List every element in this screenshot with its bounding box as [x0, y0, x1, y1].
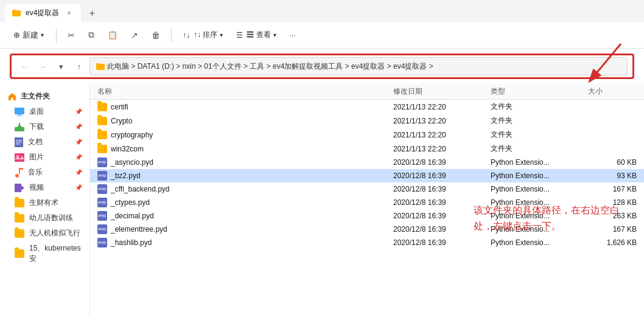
sidebar-label: 15、kubernetes安	[29, 243, 82, 264]
address-bar: ← → ▾ ↑ 此电脑 > DATA1 (D:) > nxin > 01个人文件…	[10, 54, 634, 79]
pictures-icon	[15, 153, 24, 162]
file-date: 2020/12/8 16:39	[393, 185, 491, 193]
sidebar-item-uav[interactable]: 无人机模拟飞行	[0, 226, 89, 241]
svg-rect-1	[12, 10, 16, 12]
file-date: 2020/12/8 16:39	[393, 225, 491, 234]
svg-rect-13	[16, 140, 22, 141]
file-date: 2021/1/13 22:20	[393, 145, 491, 153]
sidebar-item-shengcai[interactable]: 生财有术	[0, 195, 89, 210]
file-name-cell: PYD _elementtree.pyd	[97, 224, 393, 234]
file-type: Python Extensio...	[491, 225, 588, 234]
sidebar-item-documents[interactable]: 文档 📌	[0, 134, 89, 150]
table-row[interactable]: Crypto 2021/1/13 22:20 文件夹	[90, 114, 644, 128]
sidebar-home-item[interactable]: 主文件夹	[0, 89, 89, 104]
paste-button[interactable]: 📋	[103, 28, 122, 42]
pyd-icon: PYD	[97, 158, 107, 167]
file-date: 2020/12/8 16:39	[393, 212, 491, 220]
folder-icon	[15, 249, 24, 258]
copy-icon: ⧉	[88, 30, 94, 40]
sidebar-item-music[interactable]: 音乐 📌	[0, 165, 89, 180]
toolbar: ⊕ 新建 ▾ ✂ ⧉ 📋 ↗ 🗑 ↑↓ ↑↓ 排序 ▾ ☰ ☰ 查看 ▾ ···	[0, 22, 644, 49]
file-type: Python Extensio...	[491, 198, 588, 207]
home-icon	[7, 92, 17, 102]
dropdown-icon: ▾	[59, 62, 63, 71]
svg-point-19	[15, 174, 19, 178]
sidebar-item-youer[interactable]: 幼儿语数训练	[0, 210, 89, 226]
tab-close-button[interactable]: ×	[64, 8, 74, 18]
copy-button[interactable]: ⧉	[83, 27, 99, 43]
pin-icon: 📌	[75, 154, 82, 161]
file-type: Python Extensio...	[491, 158, 588, 167]
sort-button[interactable]: ↑↓ ↑↓ 排序 ▾	[178, 27, 228, 43]
sidebar-label: 幼儿语数训练	[29, 213, 73, 223]
pin-icon: 📌	[75, 139, 82, 145]
file-name-cell: certifi	[97, 103, 393, 111]
back-button[interactable]: ←	[16, 58, 32, 74]
table-row[interactable]: win32com 2021/1/13 22:20 文件夹	[90, 142, 644, 156]
sidebar-item-desktop[interactable]: 桌面 📌	[0, 104, 89, 119]
file-date: 2021/1/13 22:20	[393, 103, 491, 111]
folder-icon	[15, 199, 24, 207]
dropdown-button[interactable]: ▾	[53, 58, 69, 74]
sidebar-label: 生财有术	[29, 198, 58, 208]
table-row[interactable]: PYD _bz2.pyd 2020/12/8 16:39 Python Exte…	[90, 169, 644, 182]
file-name-cell: PYD _cffi_backend.pyd	[97, 184, 393, 194]
address-box[interactable]: 此电脑 > DATA1 (D:) > nxin > 01个人文件 > 工具 > …	[89, 57, 628, 75]
cut-button[interactable]: ✂	[63, 28, 80, 43]
pyd-icon: PYD	[97, 211, 107, 221]
file-date: 2020/12/8 16:39	[393, 198, 491, 207]
view-button[interactable]: ☰ ☰ 查看 ▾	[231, 27, 281, 43]
up-button[interactable]: ↑	[71, 58, 87, 74]
svg-rect-6	[15, 108, 24, 114]
file-list-area: 名称 修改日期 类型 大小 certifi 2021/1/13 22:20 文件…	[90, 84, 644, 315]
new-icon: ⊕	[13, 30, 20, 40]
file-type: Python Extensio...	[491, 185, 588, 193]
folder-icon	[97, 145, 107, 153]
main-tab[interactable]: ev4提取器 ×	[5, 4, 81, 22]
table-row[interactable]: PYD _decimal.pyd 2020/12/8 16:39 Python …	[90, 209, 644, 223]
new-button[interactable]: ⊕ 新建 ▾	[7, 27, 50, 43]
sidebar-item-pictures[interactable]: 图片 📌	[0, 150, 89, 165]
svg-rect-7	[18, 114, 21, 116]
file-size: 1,626 KB	[588, 238, 637, 247]
svg-rect-8	[16, 116, 23, 116]
new-tab-button[interactable]: +	[83, 5, 100, 22]
table-row[interactable]: PYD _ctypes.pyd 2020/12/8 16:39 Python E…	[90, 196, 644, 209]
table-row[interactable]: PYD _asyncio.pyd 2020/12/8 16:39 Python …	[90, 156, 644, 169]
pyd-icon: PYD	[97, 224, 107, 234]
sidebar-item-videos[interactable]: 视频 📌	[0, 180, 89, 195]
file-name-cell: PYD _decimal.pyd	[97, 211, 393, 221]
table-row[interactable]: PYD _hashlib.pyd 2020/12/8 16:39 Python …	[90, 236, 644, 249]
table-row[interactable]: PYD _cffi_backend.pyd 2020/12/8 16:39 Py…	[90, 182, 644, 196]
pin-icon: 📌	[75, 169, 82, 176]
file-name: _cffi_backend.pyd	[111, 185, 170, 193]
file-name: _asyncio.pyd	[111, 158, 153, 167]
header-size: 大小	[588, 86, 637, 97]
pyd-icon: PYD	[97, 238, 107, 248]
svg-marker-23	[21, 185, 24, 190]
file-size: 93 KB	[588, 171, 637, 180]
delete-button[interactable]: 🗑	[147, 28, 165, 43]
table-row[interactable]: certifi 2021/1/13 22:20 文件夹	[90, 100, 644, 114]
file-date: 2020/12/8 16:39	[393, 171, 491, 180]
svg-rect-21	[19, 168, 23, 170]
documents-icon	[15, 137, 23, 147]
view-label: ☰ 查看	[247, 30, 270, 40]
sidebar-label: 无人机模拟飞行	[29, 228, 80, 238]
share-button[interactable]: ↗	[126, 28, 143, 43]
forward-button[interactable]: →	[35, 58, 51, 74]
file-name-cell: Crypto	[97, 117, 393, 125]
table-row[interactable]: cryptography 2021/1/13 22:20 文件夹	[90, 128, 644, 142]
desktop-icon	[15, 108, 24, 116]
more-button[interactable]: ···	[285, 29, 301, 42]
folder-icon	[15, 214, 24, 223]
sort-label: ↑↓ 排序	[194, 30, 217, 40]
table-row[interactable]: PYD _elementtree.pyd 2020/12/8 16:39 Pyt…	[90, 223, 644, 236]
sidebar-item-k8s[interactable]: 15、kubernetes安	[0, 241, 89, 266]
file-name: _bz2.pyd	[111, 171, 141, 180]
file-type: Python Extensio...	[491, 212, 588, 220]
file-name: certifi	[111, 103, 128, 111]
sidebar-item-downloads[interactable]: 下载 📌	[0, 119, 89, 134]
toolbar-separator-2	[171, 28, 172, 43]
new-label: 新建	[23, 30, 38, 41]
